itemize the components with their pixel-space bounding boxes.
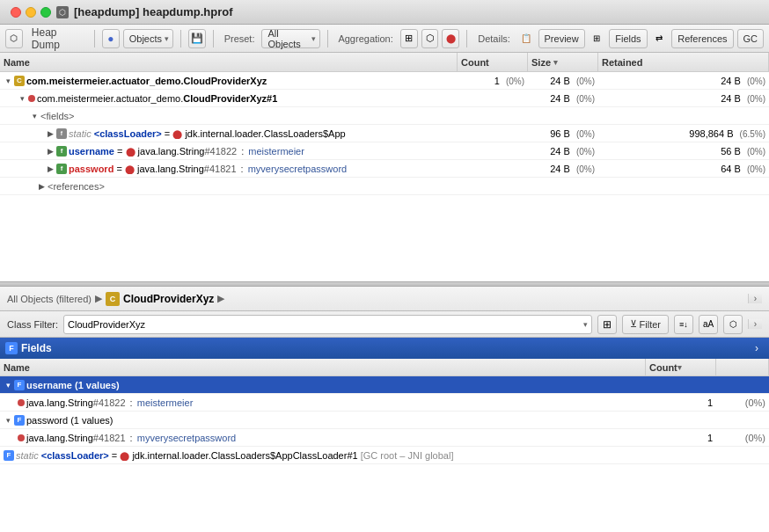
agg-stop-btn[interactable]: ⬤ xyxy=(442,29,459,48)
breadcrumb-arrow-1: ▶ xyxy=(95,293,102,304)
objects-icon-btn[interactable]: ● xyxy=(102,29,120,48)
filter-case-btn[interactable]: aA xyxy=(699,315,718,334)
row-name-cell: ▶ f password = ⬤ java.lang.String#41821 … xyxy=(0,164,458,174)
field-group-icon: F xyxy=(14,415,25,426)
fields-label: Fields xyxy=(615,33,641,44)
field-row[interactable]: ▾ F username (1 values) xyxy=(0,376,769,394)
instance-dot-icon xyxy=(28,95,35,102)
field-name: password (1 values) xyxy=(26,415,113,426)
preview-label: Preview xyxy=(545,33,579,44)
fields-title: F Fields xyxy=(5,342,52,354)
field-icon: f xyxy=(56,164,67,174)
expand-icon[interactable]: ▶ xyxy=(46,164,55,173)
filter-options-btn[interactable]: ⊞ xyxy=(597,315,617,334)
references-icon: ⇄ xyxy=(651,29,669,48)
field-row[interactable]: ▾ F password (1 values) xyxy=(0,412,769,429)
filter-hex-btn[interactable]: ⬡ xyxy=(723,315,743,334)
row-name-cell: ▾ com.meistermeier.actuator_demo.CloudPr… xyxy=(0,93,458,104)
row-retained: 24 B (0%) xyxy=(598,76,769,86)
table-row[interactable]: ▾ C com.meistermeier.actuator_demo.Cloud… xyxy=(0,72,769,90)
expand-lower-right-btn[interactable]: › xyxy=(748,319,762,329)
expand-icon[interactable]: ▶ xyxy=(46,147,55,156)
upper-table-body: ▾ C com.meistermeier.actuator_demo.Cloud… xyxy=(0,72,769,281)
breadcrumb-class-name: CloudProviderXyz xyxy=(123,293,214,305)
heap-dump-icon-btn[interactable]: ⬡ xyxy=(5,29,23,48)
expand-icon[interactable]: ▾ xyxy=(30,112,39,120)
field-row[interactable]: F static <classLoader> = ⬤ jdk.internal.… xyxy=(0,447,769,464)
agg-icon-2[interactable]: ⬡ xyxy=(421,29,439,48)
objects-label: Objects xyxy=(129,33,162,44)
expand-icon[interactable]: ▾ xyxy=(4,381,12,390)
fields-table-body: ▾ F username (1 values) java.lang.String… xyxy=(0,376,769,532)
field-name-cell: ▾ F password (1 values) xyxy=(0,415,646,426)
breadcrumb-class-icon: C xyxy=(106,292,120,306)
fields-panel-icon: F xyxy=(5,342,18,354)
table-row[interactable]: ▾ <fields> xyxy=(0,107,769,125)
class-filter-input-wrap[interactable]: ▾ xyxy=(63,315,591,334)
toolbar-separator-5 xyxy=(466,30,467,47)
field-name-cell: java.lang.String#41822 : meistermeier xyxy=(0,397,646,408)
breadcrumb-arrow-2: ▶ xyxy=(217,293,224,304)
expand-right-btn[interactable]: › xyxy=(748,294,762,303)
row-size: 24 B (0%) xyxy=(528,164,598,174)
expand-icon[interactable]: ▶ xyxy=(46,129,55,138)
row-name: static <classLoader> = ⬤ jdk.internal.lo… xyxy=(69,128,346,139)
fields-button[interactable]: Fields xyxy=(609,29,647,48)
table-row[interactable]: ▶ f password = ⬤ java.lang.String#41821 … xyxy=(0,160,769,178)
field-name: java.lang.String#41821 : myverysecretpas… xyxy=(26,433,236,443)
minimize-button[interactable] xyxy=(26,7,36,18)
agg-icon-1[interactable]: ⊞ xyxy=(400,29,418,48)
maximize-button[interactable] xyxy=(40,7,51,18)
filter-label: Filter xyxy=(640,319,661,330)
col-size-label: Size xyxy=(531,57,551,68)
field-icon: f xyxy=(56,146,67,157)
field-name: static <classLoader> = ⬤ jdk.internal.lo… xyxy=(16,450,453,461)
filter-button[interactable]: ⊻ Filter xyxy=(622,315,669,334)
row-name-cell: ▶ f static <classLoader> = ⬤ jdk.interna… xyxy=(0,128,458,139)
window-controls[interactable] xyxy=(11,7,51,18)
field-pct: (0%) xyxy=(716,397,769,408)
funnel-icon: ⊻ xyxy=(630,318,637,330)
col-name: Name xyxy=(0,53,458,71)
row-size: 96 B (0%) xyxy=(528,128,598,139)
filter-sort-btn[interactable]: ≡↓ xyxy=(674,315,693,334)
breadcrumb-all-objects[interactable]: All Objects (filtered) xyxy=(7,294,92,304)
fields-icon: ⊞ xyxy=(589,29,606,48)
title-bar: ⬡ [heapdump] heapdump.hprof xyxy=(0,0,769,25)
expand-icon[interactable]: ▶ xyxy=(37,182,46,191)
expand-icon[interactable]: ▾ xyxy=(4,77,12,85)
row-name: <fields> xyxy=(40,111,75,121)
fcol-count[interactable]: Count ▾ xyxy=(646,359,716,375)
filter-input-dropdown-icon[interactable]: ▾ xyxy=(583,320,588,329)
field-row[interactable]: java.lang.String#41822 : meistermeier 1 … xyxy=(0,394,769,412)
row-count: 1 (0%) xyxy=(458,76,528,86)
row-name: com.meistermeier.actuator_demo.CloudProv… xyxy=(26,76,267,86)
fields-expand-btn[interactable]: › xyxy=(750,342,764,354)
expand-icon[interactable]: ▾ xyxy=(4,416,12,425)
objects-dropdown[interactable]: Objects ▾ xyxy=(123,29,173,48)
close-button[interactable] xyxy=(11,7,21,18)
table-row[interactable]: ▶ f username = ⬤ java.lang.String#41822 … xyxy=(0,142,769,160)
table-row[interactable]: ▶ f static <classLoader> = ⬤ jdk.interna… xyxy=(0,125,769,142)
fields-title-label: Fields xyxy=(21,342,52,354)
gc-button[interactable]: GC xyxy=(737,29,765,48)
row-retained: 64 B (0%) xyxy=(598,164,769,174)
references-button[interactable]: References xyxy=(671,29,733,48)
expand-icon[interactable]: ▾ xyxy=(18,94,26,103)
upper-panel: Name Count Size ▾ Retained ▾ C com.meist… xyxy=(0,53,769,281)
table-row[interactable]: ▶ <references> xyxy=(0,178,769,195)
preview-button[interactable]: Preview xyxy=(538,29,585,48)
save-icon-btn[interactable]: 💾 xyxy=(188,29,206,48)
class-filter-label: Class Filter: xyxy=(7,319,58,330)
details-icon: 📋 xyxy=(517,29,535,48)
class-filter-input[interactable] xyxy=(68,319,582,330)
preset-dropdown[interactable]: All Objects ▾ xyxy=(261,29,319,48)
col-size[interactable]: Size ▾ xyxy=(528,53,598,71)
aggregation-label: Aggregation: xyxy=(334,33,396,44)
row-name: password = ⬤ java.lang.String#41821 : my… xyxy=(69,164,347,174)
row-size: 24 B (0%) xyxy=(528,146,598,157)
field-row[interactable]: java.lang.String#41821 : myverysecretpas… xyxy=(0,429,769,447)
field-name-cell: F static <classLoader> = ⬤ jdk.internal.… xyxy=(0,450,646,461)
table-row[interactable]: ▾ com.meistermeier.actuator_demo.CloudPr… xyxy=(0,90,769,107)
field-count: 1 xyxy=(646,433,716,443)
